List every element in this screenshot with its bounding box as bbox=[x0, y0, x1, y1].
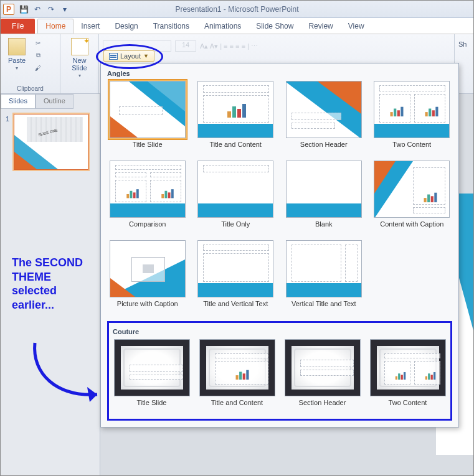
layout-caption: Content with Caption bbox=[380, 218, 443, 236]
layout-option-two-content[interactable]: Two Content bbox=[372, 81, 453, 157]
clipboard-icon bbox=[8, 38, 26, 55]
layout-option-vertical-title-and-text[interactable]: Vertical Title and Text bbox=[283, 240, 364, 316]
slide-thumbnail-1[interactable]: SLIDE ONE bbox=[14, 114, 88, 170]
layout-caption: Title and Vertical Text bbox=[203, 297, 268, 316]
gallery-section-angles: Angles bbox=[107, 67, 452, 81]
layout-caption: Two Content bbox=[389, 396, 427, 415]
layout-option-title-only[interactable]: Title Only bbox=[196, 161, 277, 236]
layout-button[interactable]: Layout ▼ bbox=[103, 50, 154, 62]
tab-file[interactable]: File bbox=[1, 19, 35, 34]
paste-label: Paste bbox=[8, 57, 26, 64]
tab-slides-pane[interactable]: Slides bbox=[1, 94, 36, 109]
undo-icon[interactable]: ↶ bbox=[32, 4, 43, 15]
layout-thumb bbox=[110, 81, 186, 138]
layout-gallery: Angles Title SlideTitle and ContentSecti… bbox=[100, 63, 459, 427]
layout-thumb bbox=[197, 240, 273, 297]
layout-thumb bbox=[197, 81, 273, 138]
tab-insert[interactable]: Insert bbox=[73, 19, 107, 34]
gallery-section-couture: Couture bbox=[113, 325, 447, 339]
layout-thumb bbox=[197, 161, 273, 218]
tab-animations[interactable]: Animations bbox=[197, 19, 249, 34]
layout-option-picture-with-caption[interactable]: Picture with Caption bbox=[107, 240, 188, 316]
layout-thumb bbox=[285, 339, 361, 396]
new-slide-icon: ✦ bbox=[71, 38, 88, 55]
layout-option-comparison[interactable]: Comparison bbox=[107, 161, 188, 236]
paste-button[interactable]: Paste ▾ bbox=[4, 37, 29, 73]
layout-icon bbox=[109, 53, 118, 60]
tab-outline-pane[interactable]: Outline bbox=[36, 94, 73, 109]
tab-home[interactable]: Home bbox=[37, 19, 73, 34]
layout-option-couture-section-header[interactable]: Section Header bbox=[283, 339, 361, 415]
shapes-hint: Sh bbox=[458, 37, 470, 48]
layout-thumb bbox=[286, 81, 362, 138]
app-icon: P bbox=[3, 4, 14, 15]
layout-caption: Vertical Title and Text bbox=[292, 297, 356, 316]
tab-review[interactable]: Review bbox=[301, 19, 340, 34]
annotation-text: The SECOND THEME selected earlier... bbox=[12, 256, 87, 312]
chevron-down-icon: ▼ bbox=[143, 53, 149, 59]
save-icon[interactable]: 💾 bbox=[18, 4, 29, 15]
layout-option-blank[interactable]: Blank bbox=[283, 161, 364, 236]
font-size-box: 14 bbox=[175, 40, 196, 52]
layout-thumb bbox=[374, 81, 450, 138]
tab-design[interactable]: Design bbox=[107, 19, 145, 34]
layout-option-section-header[interactable]: Section Header bbox=[283, 81, 364, 157]
cut-icon[interactable]: ✂ bbox=[33, 38, 43, 48]
layout-caption: Title Only bbox=[221, 218, 250, 236]
layout-option-title-slide[interactable]: Title Slide bbox=[107, 81, 188, 157]
layout-caption: Blank bbox=[315, 218, 333, 236]
layout-thumb bbox=[370, 339, 446, 396]
layout-option-couture-title-slide[interactable]: Title Slide bbox=[113, 339, 191, 415]
layout-option-couture-title-and-content[interactable]: Title and Content bbox=[198, 339, 276, 415]
layout-button-container: Layout ▼ bbox=[103, 50, 154, 62]
layout-caption: Title and Content bbox=[211, 396, 263, 415]
window-title: Presentation1 - Microsoft PowerPoint bbox=[175, 5, 298, 14]
group-slides-label bbox=[64, 91, 95, 92]
layout-caption: Title Slide bbox=[133, 138, 163, 157]
ribbon-tabs: File Home Insert Design Transitions Anim… bbox=[1, 18, 473, 34]
copy-icon[interactable]: ⧉ bbox=[33, 50, 43, 60]
title-bar: P 💾 ↶ ↷ ▾ Presentation1 - Microsoft Powe… bbox=[1, 1, 473, 18]
tab-transitions[interactable]: Transitions bbox=[146, 19, 197, 34]
tab-slideshow[interactable]: Slide Show bbox=[249, 19, 301, 34]
format-painter-icon[interactable]: 🖌 bbox=[33, 63, 43, 73]
quick-access-toolbar: 💾 ↶ ↷ ▾ bbox=[18, 4, 70, 15]
slide-number: 1 bbox=[6, 115, 9, 123]
layout-caption: Two Content bbox=[392, 138, 431, 157]
layout-option-title-and-content[interactable]: Title and Content bbox=[196, 81, 277, 157]
new-slide-button[interactable]: ✦ New Slide ▾ bbox=[64, 37, 95, 80]
layout-thumb bbox=[199, 339, 275, 396]
layout-thumb bbox=[286, 161, 362, 218]
redo-icon[interactable]: ↷ bbox=[45, 4, 57, 15]
tab-view[interactable]: View bbox=[341, 19, 372, 34]
layout-caption: Comparison bbox=[129, 218, 166, 236]
layout-thumb bbox=[286, 240, 362, 297]
layout-label: Layout bbox=[120, 52, 141, 60]
annotation-couture-box: Couture Title SlideTitle and ContentSect… bbox=[107, 321, 452, 421]
layout-caption: Section Header bbox=[299, 396, 346, 415]
new-slide-label: New Slide bbox=[72, 57, 87, 72]
app-name: Microsoft PowerPoint bbox=[228, 5, 298, 14]
layout-thumb bbox=[374, 161, 450, 218]
layout-option-title-and-vertical-text[interactable]: Title and Vertical Text bbox=[196, 240, 277, 316]
qat-dropdown-icon[interactable]: ▾ bbox=[59, 4, 70, 15]
layout-thumb bbox=[110, 161, 186, 218]
layout-option-couture-two-content[interactable]: Two Content bbox=[369, 339, 447, 415]
group-clipboard-label: Clipboard bbox=[4, 84, 56, 92]
layout-caption: Title and Content bbox=[210, 138, 262, 157]
layout-caption: Section Header bbox=[300, 138, 348, 157]
layout-thumb bbox=[110, 240, 186, 297]
layout-thumb bbox=[114, 339, 190, 396]
doc-title: Presentation1 bbox=[175, 5, 221, 14]
layout-caption: Title Slide bbox=[137, 396, 167, 415]
layout-caption: Picture with Caption bbox=[117, 297, 178, 316]
layout-option-content-with-caption[interactable]: Content with Caption bbox=[372, 161, 453, 236]
